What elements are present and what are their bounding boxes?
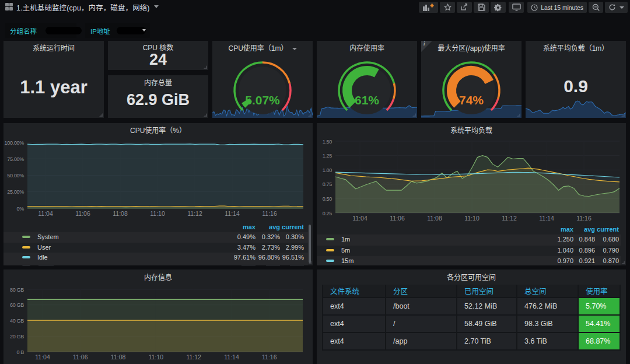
panel-title[interactable]: 内存总量 <box>108 78 208 88</box>
legend-value-max: 1.250 <box>557 236 573 243</box>
load-1m-value: 0.9 <box>526 76 626 96</box>
variable-caret-icon <box>142 29 146 32</box>
svg-text:11:12: 11:12 <box>502 215 517 222</box>
settings-button[interactable] <box>491 2 506 13</box>
time-range-label: Last 15 minutes <box>541 4 583 11</box>
add-panel-button[interactable] <box>419 2 438 13</box>
legend-row: 15m0.9700.9210.870 <box>317 256 621 265</box>
series-color-dash[interactable] <box>22 236 30 238</box>
panel-cpu-cores: CPU 核数 24 <box>108 41 208 70</box>
gauge-value: 74% <box>421 93 522 107</box>
svg-text:11:06: 11:06 <box>73 354 88 360</box>
legend-value-avg: 2.73% <box>262 244 280 251</box>
svg-text:11:16: 11:16 <box>262 354 277 360</box>
zoom-out-button[interactable] <box>589 2 603 13</box>
refresh-button[interactable] <box>605 2 628 13</box>
series-name[interactable]: User <box>37 244 51 251</box>
series-color-dash[interactable] <box>326 249 334 251</box>
navbar: 1.主机基础监控(cpu，内存，磁盘，网络) <box>0 0 630 18</box>
svg-text:11:12: 11:12 <box>187 210 202 217</box>
variable-ip-address-value[interactable] <box>116 23 150 38</box>
legend-value-current: 96.51% <box>282 254 304 261</box>
table-header-cell[interactable]: 分区 <box>386 285 457 298</box>
svg-text:11:10: 11:10 <box>464 215 480 222</box>
table-header-cell[interactable]: 总空间 <box>517 285 578 298</box>
resize-handle[interactable] <box>99 113 103 117</box>
svg-text:1.50: 1.50 <box>323 139 332 145</box>
legend-col-current[interactable]: current <box>282 223 304 230</box>
series-name[interactable]: Idle <box>37 254 48 261</box>
series-name[interactable]: 5m <box>341 247 350 254</box>
legend-col-max[interactable]: max <box>243 223 256 230</box>
usage-cell: 68.87% <box>579 333 620 349</box>
svg-text:11:16: 11:16 <box>576 215 592 222</box>
svg-text:11:16: 11:16 <box>262 210 277 217</box>
svg-text:1.00: 1.00 <box>323 167 332 173</box>
dashboard-title[interactable]: 1.主机基础监控(cpu，内存，磁盘，网络) <box>16 2 150 13</box>
series-name[interactable]: System <box>37 233 59 240</box>
clock-icon <box>531 4 538 11</box>
add-panel-icon <box>423 4 434 11</box>
legend-value-max: 1.040 <box>557 247 573 254</box>
time-range-picker[interactable]: Last 15 minutes <box>527 2 587 13</box>
svg-text:11:06: 11:06 <box>75 210 90 217</box>
table-header-cell[interactable]: 使用率 <box>578 285 620 298</box>
panel-title[interactable]: 系统平均负载（1m） <box>526 44 626 53</box>
dashboard-title-caret-icon[interactable] <box>154 5 159 8</box>
svg-text:100.00%: 100.00% <box>5 140 24 146</box>
svg-text:11:14: 11:14 <box>225 210 240 217</box>
panel-title[interactable]: 系统运行时间 <box>4 44 104 53</box>
series-color-dash[interactable] <box>22 246 30 249</box>
table-cell: /boot <box>386 298 457 315</box>
legend-col-avg[interactable]: avg <box>269 223 280 230</box>
svg-text:11:14: 11:14 <box>224 354 239 360</box>
legend-scrollbar[interactable] <box>309 225 311 263</box>
star-icon <box>444 4 452 11</box>
dashboard-grid-icon[interactable] <box>5 3 13 10</box>
svg-text:0 B: 0 B <box>16 349 24 355</box>
legend-value-current: 0.680 <box>603 236 619 243</box>
table-cell: 5.70% <box>578 298 620 315</box>
variable-group-name-value[interactable] <box>42 23 76 38</box>
table-cell: 68.87% <box>578 332 620 350</box>
series-color-dash[interactable] <box>22 256 30 258</box>
legend-col-avg[interactable]: avg <box>584 226 595 233</box>
resize-handle[interactable] <box>204 113 207 117</box>
panel-load-chart: 系统平均负载 0.250.500.751.001.251.5011:0411:0… <box>317 123 626 265</box>
panel-title[interactable]: 各分区可用空间 <box>317 273 626 282</box>
table-header-cell[interactable]: 文件系统 <box>323 285 386 298</box>
panel-cpu-usage-gauge: CPU使用率（1m） 5.07% <box>212 41 313 118</box>
legend-value-avg: 0.896 <box>579 247 595 254</box>
refresh-icon <box>608 4 616 11</box>
legend-col-max[interactable]: max <box>561 226 573 233</box>
legend-value-current: 0.30% <box>286 233 304 240</box>
series-name[interactable]: 15m <box>341 257 354 264</box>
series-color-dash[interactable] <box>326 260 334 262</box>
legend-col-current[interactable]: current <box>597 226 619 233</box>
series-name[interactable]: 1m <box>341 236 350 243</box>
gauge-value: 5.07% <box>212 93 313 107</box>
cycle-view-button[interactable] <box>509 2 524 13</box>
table-cell: ext4 <box>323 332 386 350</box>
table-cell: 3.6 TiB <box>517 332 578 350</box>
svg-text:11:10: 11:10 <box>149 354 164 360</box>
table-cell: 52.12 MiB <box>457 298 517 315</box>
uptime-value: 1.1 year <box>4 77 104 98</box>
table-cell: /app <box>386 332 457 350</box>
redacted-value <box>117 27 146 34</box>
usage-cell: 5.70% <box>579 298 620 314</box>
share-button[interactable] <box>457 2 472 13</box>
panel-mem-info-chart: 内存信息 0 B20 GB40 GB60 GB80 GB11:0411:0611… <box>4 270 313 364</box>
table-cell: ext4 <box>323 315 386 332</box>
panel-cpu-usage-chart: CPU使用率（%） 0%25.00%50.00%75.00%100.00%11:… <box>4 123 313 265</box>
refresh-interval-caret-icon[interactable] <box>620 6 624 9</box>
svg-text:11:04: 11:04 <box>38 210 53 217</box>
table-cell: 54.41% <box>578 315 620 332</box>
table-header-cell[interactable]: 已用空间 <box>457 285 517 298</box>
star-button[interactable] <box>440 2 455 13</box>
series-color-dash[interactable] <box>326 238 334 240</box>
chart-mem_chart: 0 B20 GB40 GB60 GB80 GB11:0411:0611:0811… <box>4 270 313 364</box>
gear-icon <box>494 4 502 12</box>
svg-text:11:08: 11:08 <box>111 354 126 360</box>
save-button[interactable] <box>474 2 489 13</box>
